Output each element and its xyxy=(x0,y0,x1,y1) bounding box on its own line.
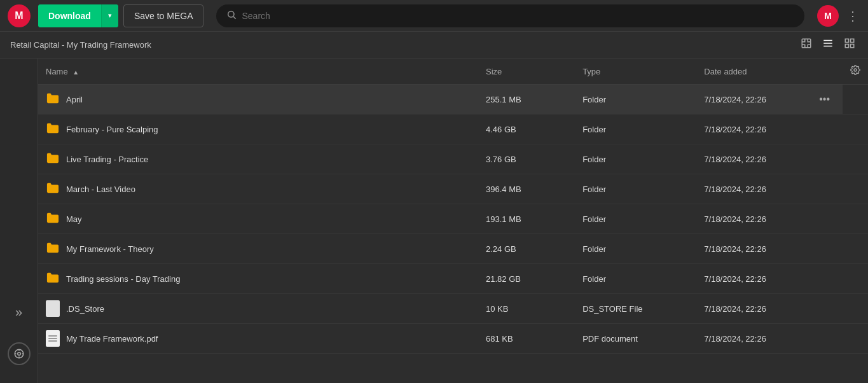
table-header-row: Name ▲ Size Type Date added xyxy=(38,59,868,85)
col-header-settings[interactable] xyxy=(843,59,868,85)
table-row[interactable]: My Trade Framework.pdf 681 KB PDF docume… xyxy=(38,324,868,354)
file-size: 2.24 GB xyxy=(478,234,575,264)
file-name: Live Trading - Practice xyxy=(66,155,148,164)
table-row[interactable]: Live Trading - Practice 3.76 GB Folder 7… xyxy=(38,144,868,174)
file-row-name: My Framework - Theory xyxy=(46,241,471,257)
topbar-right: M ⋮ xyxy=(817,5,860,27)
file-date: 7/18/2024, 22:26 ••• xyxy=(696,294,843,323)
table-row[interactable]: March - Last Video 396.4 MB Folder 7/18/… xyxy=(38,174,868,204)
sidebar-content: » xyxy=(8,66,31,375)
table-row[interactable]: May 193.1 MB Folder 7/18/2024, 22:26 ••• xyxy=(38,204,868,234)
file-row-name: May xyxy=(46,211,471,227)
mega-logo: M xyxy=(8,4,31,27)
topbar: M Download ▾ Save to MEGA M ⋮ xyxy=(0,0,868,32)
file-name: My Trade Framework.pdf xyxy=(66,334,158,344)
table-row[interactable]: .DS_Store 10 KB DS_STORE File 7/18/2024,… xyxy=(38,294,868,324)
file-type: PDF document xyxy=(575,324,696,354)
file-type: Folder xyxy=(575,85,696,115)
folder-icon xyxy=(46,211,60,227)
main-content: » Name xyxy=(0,59,868,383)
file-type: Folder xyxy=(575,115,696,144)
svg-rect-9 xyxy=(851,45,854,48)
file-row-name: February - Pure Scalping xyxy=(46,122,471,137)
file-table: Name ▲ Size Type Date added xyxy=(38,59,868,354)
search-bar xyxy=(216,4,804,27)
svg-rect-6 xyxy=(845,39,848,42)
search-input[interactable] xyxy=(242,11,794,21)
file-type: Folder xyxy=(575,234,696,264)
file-row-name: Live Trading - Practice xyxy=(46,151,471,167)
svg-line-1 xyxy=(233,17,236,19)
svg-point-16 xyxy=(854,69,857,71)
list-view-icon[interactable] xyxy=(820,35,836,55)
file-row-name: March - Last Video xyxy=(46,181,471,197)
grid-view-icon[interactable] xyxy=(841,35,858,55)
folder-icon xyxy=(46,181,60,197)
file-type: DS_STORE File xyxy=(575,294,696,324)
file-icon xyxy=(46,300,60,317)
col-header-size[interactable]: Size xyxy=(478,59,575,85)
file-date: 7/18/2024, 22:26 ••• xyxy=(696,264,843,293)
table-row[interactable]: April 255.1 MB Folder 7/18/2024, 22:26 •… xyxy=(38,85,868,115)
folder-icon xyxy=(46,271,60,287)
sidebar: » xyxy=(0,59,38,383)
save-to-mega-button[interactable]: Save to MEGA xyxy=(123,4,204,27)
row-more-icon[interactable]: ••• xyxy=(814,91,835,108)
svg-rect-2 xyxy=(802,39,811,48)
file-table-wrap: Name ▲ Size Type Date added xyxy=(38,59,868,383)
file-date: 7/18/2024, 22:26 ••• xyxy=(696,115,843,144)
table-row[interactable]: Trading sessions - Day Trading 21.82 GB … xyxy=(38,264,868,294)
col-header-type[interactable]: Type xyxy=(575,59,696,85)
folder-icon xyxy=(46,241,60,257)
folder-icon xyxy=(46,122,60,137)
sort-arrow-icon: ▲ xyxy=(72,69,79,76)
file-size: 255.1 MB xyxy=(478,85,575,115)
file-type: Folder xyxy=(575,144,696,174)
file-date: 7/18/2024, 22:26 ••• xyxy=(696,234,843,263)
file-size: 193.1 MB xyxy=(478,204,575,234)
file-row-name: April xyxy=(46,92,471,108)
view-controls xyxy=(798,35,858,55)
download-main-button[interactable]: Download xyxy=(38,4,101,27)
svg-point-11 xyxy=(17,352,20,356)
col-header-date[interactable]: Date added xyxy=(696,59,843,85)
svg-point-0 xyxy=(228,11,234,17)
file-row-name: My Trade Framework.pdf xyxy=(46,330,471,347)
file-size: 21.82 GB xyxy=(478,264,575,294)
file-name: My Framework - Theory xyxy=(66,244,154,254)
breadcrumb: Retail Capital - My Trading Framework xyxy=(10,40,151,50)
table-row[interactable]: February - Pure Scalping 4.46 GB Folder … xyxy=(38,115,868,144)
pdf-file-icon xyxy=(46,330,60,347)
file-size: 681 KB xyxy=(478,324,575,354)
search-icon xyxy=(226,10,237,22)
table-row[interactable]: My Framework - Theory 2.24 GB Folder 7/1… xyxy=(38,234,868,264)
file-date: 7/18/2024, 22:26 ••• xyxy=(696,144,843,174)
file-name: April xyxy=(66,95,83,104)
svg-rect-7 xyxy=(851,39,854,42)
file-name: March - Last Video xyxy=(66,185,135,194)
more-options-icon[interactable]: ⋮ xyxy=(846,8,860,24)
file-type: Folder xyxy=(575,204,696,234)
svg-rect-8 xyxy=(845,45,848,48)
file-row-name: .DS_Store xyxy=(46,300,471,317)
file-name: February - Pure Scalping xyxy=(66,125,158,134)
file-name: May xyxy=(66,214,82,224)
file-name: Trading sessions - Day Trading xyxy=(66,274,180,284)
download-dropdown-button[interactable]: ▾ xyxy=(101,4,118,27)
image-view-icon[interactable] xyxy=(798,35,815,55)
sidebar-collapse-icon[interactable]: » xyxy=(15,305,22,319)
user-avatar[interactable]: M xyxy=(817,5,839,27)
settings-gear-icon[interactable] xyxy=(850,66,860,77)
file-type: Folder xyxy=(575,174,696,204)
file-row-name: Trading sessions - Day Trading xyxy=(46,271,471,287)
file-size: 10 KB xyxy=(478,294,575,324)
file-type: Folder xyxy=(575,264,696,294)
download-button-group[interactable]: Download ▾ xyxy=(38,4,118,27)
file-size: 396.4 MB xyxy=(478,174,575,204)
col-header-name[interactable]: Name ▲ xyxy=(38,59,478,85)
file-date: 7/18/2024, 22:26 ••• xyxy=(696,324,843,353)
file-size: 3.76 GB xyxy=(478,144,575,174)
row-actions: ••• xyxy=(814,91,835,108)
sidebar-bottom-icon[interactable] xyxy=(8,342,31,365)
breadcrumb-bar: Retail Capital - My Trading Framework xyxy=(0,32,868,59)
